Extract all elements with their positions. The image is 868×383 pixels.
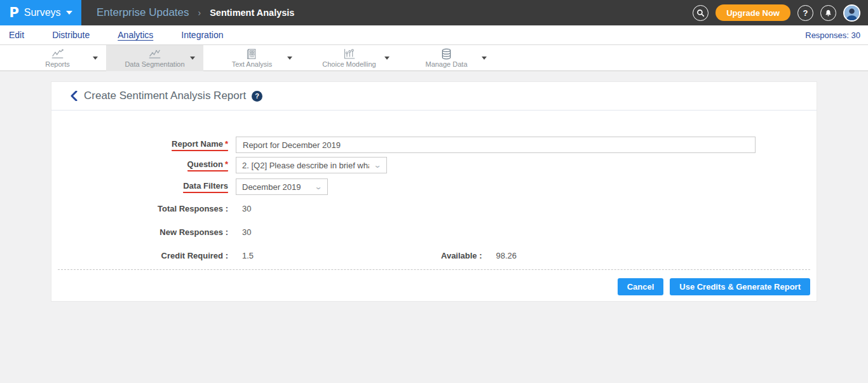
question-selected-value: 2. [Q2] Please describe in brief what ..… xyxy=(242,161,369,170)
new-responses-value: 30 xyxy=(242,227,251,237)
notifications-button[interactable] xyxy=(820,5,836,21)
analytics-toolbar: Reports Data Segmentation Text Analysis … xyxy=(0,45,868,71)
responses-value: 30 xyxy=(851,30,860,40)
required-asterisk: * xyxy=(225,159,228,169)
breadcrumb-current-page: Sentiment Analysis xyxy=(210,8,294,18)
page-title: Create Sentiment Analysis Report xyxy=(84,90,246,102)
help-button[interactable]: ? xyxy=(797,5,813,21)
question-select[interactable]: 2. [Q2] Please describe in brief what ..… xyxy=(236,157,387,173)
search-button[interactable] xyxy=(693,5,709,21)
main-content: Create Sentiment Analysis Report ? Repor… xyxy=(0,81,868,302)
avatar[interactable] xyxy=(843,4,860,22)
tab-choice-modelling[interactable]: Choice Modelling xyxy=(301,45,398,71)
tab-label: Data Segmentation xyxy=(125,60,184,68)
nav-item-distribute[interactable]: Distribute xyxy=(52,30,90,40)
dot-chart-icon xyxy=(342,48,356,60)
question-row: Question* 2. [Q2] Please describe in bri… xyxy=(51,157,817,173)
help-icon: ? xyxy=(255,92,259,100)
data-filters-label: Data Filters xyxy=(51,181,228,193)
total-responses-value: 30 xyxy=(242,204,251,213)
title-help-button[interactable]: ? xyxy=(252,91,262,102)
divider xyxy=(58,269,810,270)
chevron-down-icon[interactable] xyxy=(93,57,98,60)
data-filters-selected-value: December 2019 xyxy=(242,182,301,192)
chevron-left-icon xyxy=(69,91,78,101)
scatter-chart-icon xyxy=(148,48,161,60)
chevron-down-icon: ⌄ xyxy=(314,182,322,191)
help-icon: ? xyxy=(803,8,808,18)
avatar-person-icon xyxy=(844,6,859,20)
required-asterisk: * xyxy=(225,139,228,149)
sentiment-report-card: Create Sentiment Analysis Report ? Repor… xyxy=(51,81,817,302)
upgrade-now-button[interactable]: Upgrade Now xyxy=(715,4,790,21)
data-filters-row: Data Filters December 2019 ⌄ xyxy=(51,178,817,195)
total-responses-label: Total Responses : xyxy=(51,204,228,213)
nav-item-integration[interactable]: Integration xyxy=(181,30,223,40)
report-name-row: Report Name* xyxy=(51,137,817,153)
survey-nav: Edit Distribute Analytics Integration Re… xyxy=(0,25,868,45)
credit-required-value: 1.5 xyxy=(242,251,441,260)
chevron-down-icon[interactable] xyxy=(287,57,292,60)
question-label: Question* xyxy=(51,159,228,171)
chevron-down-icon xyxy=(66,11,72,15)
data-filters-select[interactable]: December 2019 ⌄ xyxy=(236,178,328,195)
tab-label: Reports xyxy=(45,60,70,68)
database-icon xyxy=(440,48,453,60)
responses-count: Responses: 30 xyxy=(805,30,860,40)
tab-manage-data[interactable]: Manage Data xyxy=(398,45,495,71)
responses-label: Responses: xyxy=(805,30,849,40)
questionpro-logo-icon: P xyxy=(9,4,18,20)
breadcrumb: Enterprise Updates › Sentiment Analysis xyxy=(97,6,294,19)
report-form: Report Name* Question* 2. [Q2] Please de… xyxy=(51,111,817,301)
form-actions: Cancel Use Credits & Generate Report xyxy=(51,278,817,301)
new-responses-row: New Responses : 30 xyxy=(51,227,817,237)
nav-item-edit[interactable]: Edit xyxy=(9,30,24,40)
breadcrumb-separator: › xyxy=(198,8,201,18)
available-value: 98.26 xyxy=(496,251,517,260)
bell-icon xyxy=(824,9,832,17)
chevron-down-icon[interactable] xyxy=(384,57,390,60)
line-chart-icon xyxy=(51,48,64,60)
chevron-down-icon[interactable] xyxy=(190,57,195,60)
topbar: P Surveys Enterprise Updates › Sentiment… xyxy=(0,0,868,25)
chevron-down-icon: ⌄ xyxy=(373,161,381,170)
surveys-product-menu[interactable]: P Surveys xyxy=(0,0,81,25)
product-name: Surveys xyxy=(24,7,61,18)
tab-data-segmentation[interactable]: Data Segmentation xyxy=(106,45,203,71)
nav-item-analytics[interactable]: Analytics xyxy=(118,30,153,40)
newspaper-icon xyxy=(245,48,259,60)
chevron-down-icon[interactable] xyxy=(482,57,487,60)
topbar-actions: Upgrade Now ? xyxy=(693,0,860,25)
report-name-label: Report Name* xyxy=(51,139,228,151)
use-credits-generate-report-button[interactable]: Use Credits & Generate Report xyxy=(670,278,810,295)
credit-required-row: Credit Required : 1.5 Available : 98.26 xyxy=(51,251,817,260)
available-label: Available : xyxy=(441,251,482,260)
tab-reports[interactable]: Reports xyxy=(9,45,106,71)
tab-label: Manage Data xyxy=(425,60,467,68)
breadcrumb-survey-name[interactable]: Enterprise Updates xyxy=(97,6,189,19)
search-icon xyxy=(696,9,705,17)
credit-required-label: Credit Required : xyxy=(51,251,228,260)
tab-text-analysis[interactable]: Text Analysis xyxy=(203,45,301,71)
tab-label: Text Analysis xyxy=(232,60,273,68)
card-header: Create Sentiment Analysis Report ? xyxy=(51,82,817,111)
back-button[interactable] xyxy=(69,91,78,101)
total-responses-row: Total Responses : 30 xyxy=(51,204,817,213)
report-name-input[interactable] xyxy=(236,137,756,153)
tab-label: Choice Modelling xyxy=(322,60,376,68)
cancel-button[interactable]: Cancel xyxy=(618,278,664,295)
new-responses-label: New Responses : xyxy=(51,227,228,237)
